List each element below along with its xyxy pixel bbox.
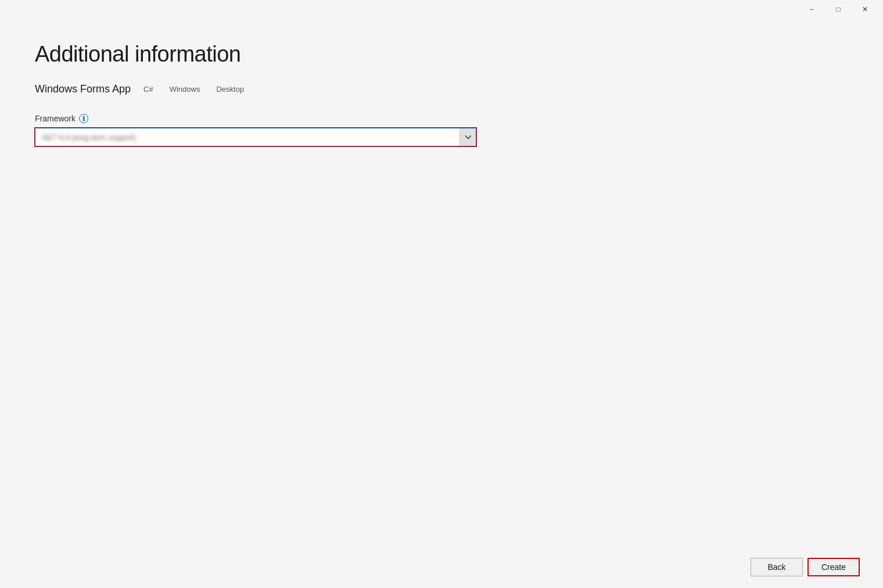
framework-dropdown-container[interactable]: .NET 6.0 (long-term support) <box>35 128 476 146</box>
maximize-button[interactable]: □ <box>825 0 852 19</box>
minimize-button[interactable]: − <box>798 0 825 19</box>
page-title: Additional information <box>35 42 848 67</box>
title-bar: − □ ✕ <box>0 0 883 19</box>
tag-csharp: C# <box>140 84 157 95</box>
minimize-icon: − <box>809 5 813 13</box>
framework-dropdown-arrow[interactable] <box>460 128 476 146</box>
chevron-down-icon <box>465 135 471 139</box>
tag-windows: Windows <box>166 84 204 95</box>
main-content: Additional information Windows Forms App… <box>0 19 883 546</box>
framework-section: Framework ℹ .NET 6.0 (long-term support) <box>35 114 476 146</box>
create-button[interactable]: Create <box>807 558 860 576</box>
close-icon: ✕ <box>862 5 868 13</box>
framework-label: Framework <box>35 114 76 123</box>
framework-info-icon[interactable]: ℹ <box>79 114 88 123</box>
back-button[interactable]: Back <box>751 558 803 576</box>
content-spacer <box>35 146 848 523</box>
framework-select-inner: .NET 6.0 (long-term support) <box>35 128 476 146</box>
tag-desktop: Desktop <box>213 84 247 95</box>
framework-selected-value: .NET 6.0 (long-term support) <box>40 133 136 142</box>
maximize-icon: □ <box>836 5 840 13</box>
title-bar-buttons: − □ ✕ <box>798 0 878 19</box>
project-type-name: Windows Forms App <box>35 83 131 95</box>
window: − □ ✕ Additional information Windows For… <box>0 0 883 588</box>
close-button[interactable]: ✕ <box>852 0 878 19</box>
project-type-row: Windows Forms App C# Windows Desktop <box>35 83 848 95</box>
framework-select-display[interactable]: .NET 6.0 (long-term support) <box>35 128 476 146</box>
footer: Back Create <box>0 546 883 588</box>
framework-label-row: Framework ℹ <box>35 114 476 123</box>
